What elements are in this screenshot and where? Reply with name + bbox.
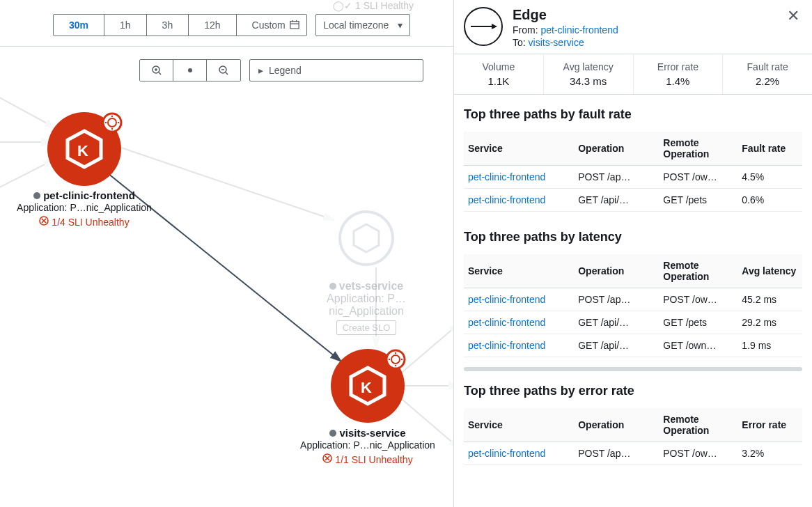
fit-button[interactable] (173, 60, 207, 81)
node-label-visits: visits-service Application: P…nic_Applic… (291, 427, 444, 466)
status-dot-icon (329, 430, 336, 437)
svg-text:K: K (77, 142, 88, 159)
metric-value: 1.1K (457, 75, 540, 87)
error-circle-icon (39, 216, 49, 228)
metric-value: 2.2% (726, 75, 809, 87)
time-range-group: 30m 1h 3h 12h Custom (53, 14, 307, 36)
time-range-1h[interactable]: 1h (104, 15, 147, 36)
detail-panel: Edge From: pet-clinic-frontend To: visit… (453, 0, 812, 507)
metrics-row: Volume1.1K Avg latency34.3 ms Error rate… (454, 54, 812, 95)
table-row[interactable]: pet-clinic-frontendGET /api/…GET /pets29… (464, 311, 802, 334)
th-remote-op[interactable]: Remote Operation (659, 132, 737, 166)
timezone-label: Local timezone (323, 20, 389, 31)
th-operation[interactable]: Operation (574, 408, 659, 442)
svg-line-12 (0, 86, 56, 128)
svg-point-21 (340, 212, 393, 265)
edge-arrow-icon (464, 7, 503, 46)
table-row[interactable]: pet-clinic-frontendGET /api/…GET /own…1.… (464, 334, 802, 357)
error-table: Service Operation Remote Operation Error… (464, 408, 802, 465)
th-remote-op[interactable]: Remote Operation (659, 254, 737, 288)
legend-button[interactable]: ▸ Legend (249, 59, 423, 81)
table-row[interactable]: pet-clinic-frontendPOST /ap…POST /ow…3.2… (464, 442, 802, 465)
calendar-icon (290, 20, 299, 31)
chevron-down-icon: ▾ (398, 20, 403, 31)
zoom-in-button[interactable] (140, 60, 173, 81)
time-range-custom[interactable]: Custom (237, 15, 306, 36)
svg-line-5 (159, 72, 161, 75)
metric-value: 1.4% (637, 75, 720, 87)
table-row[interactable]: pet-clinic-frontendPOST /ap…POST /ow…4.5… (464, 166, 802, 189)
time-range-3h[interactable]: 3h (147, 15, 189, 36)
latency-table: Service Operation Remote Operation Avg l… (464, 254, 802, 357)
th-service[interactable]: Service (464, 132, 574, 166)
svg-text:K: K (361, 379, 372, 396)
metric-label: Fault rate (726, 61, 809, 72)
latency-section-title: Top three paths by latency (464, 230, 802, 244)
from-label: From: (513, 24, 540, 36)
metric-label: Avg latency (547, 61, 630, 72)
th-service[interactable]: Service (464, 254, 574, 288)
fault-section-title: Top three paths by fault rate (464, 107, 802, 122)
sli-healthy-pill: ◯✓ 1 SLI Healthy (333, 0, 414, 11)
th-fault-rate[interactable]: Fault rate (737, 132, 802, 166)
play-icon: ▸ (258, 65, 263, 76)
custom-label: Custom (252, 20, 286, 31)
svg-point-8 (188, 68, 192, 72)
metric-label: Error rate (637, 61, 720, 72)
fault-table: Service Operation Remote Operation Fault… (464, 132, 802, 212)
th-service[interactable]: Service (464, 408, 574, 442)
status-dot-icon (329, 283, 336, 290)
metric-value: 34.3 ms (547, 75, 630, 87)
th-operation[interactable]: Operation (574, 132, 659, 166)
time-range-30m[interactable]: 30m (54, 15, 104, 36)
status-dot-icon (33, 192, 40, 199)
error-circle-icon (322, 453, 332, 465)
table-row[interactable]: pet-clinic-frontendGET /api/…GET /pets0.… (464, 189, 802, 212)
to-link[interactable]: visits-service (529, 37, 584, 48)
metric-label: Volume (457, 61, 540, 72)
svg-line-10 (226, 72, 228, 75)
legend-label: Legend (269, 65, 302, 76)
check-circle-icon: ◯✓ (333, 0, 352, 11)
zoom-group (139, 59, 241, 81)
node-pet-clinic-frontend[interactable]: K (47, 112, 121, 186)
node-label-vets-faded: vets-service Application: P…nic_Applicat… (290, 280, 443, 335)
th-latency[interactable]: Avg latency (737, 254, 802, 288)
to-label: To: (513, 37, 529, 48)
node-label-frontend: pet-clinic-frontend Application: P…nic_A… (8, 189, 161, 228)
panel-title: Edge (513, 7, 618, 23)
th-remote-op[interactable]: Remote Operation (659, 408, 737, 442)
table-row[interactable]: pet-clinic-frontendPOST /ap…POST /ow…45.… (464, 288, 802, 311)
svg-rect-0 (290, 21, 299, 29)
close-icon[interactable]: ✕ (784, 7, 802, 25)
time-range-12h[interactable]: 12h (189, 15, 236, 36)
th-error-rate[interactable]: Error rate (737, 408, 802, 442)
th-operation[interactable]: Operation (574, 254, 659, 288)
node-visits-service[interactable]: K (331, 349, 405, 423)
from-link[interactable]: pet-clinic-frontend (540, 24, 618, 36)
zoom-out-button[interactable] (207, 60, 240, 81)
timezone-select[interactable]: Local timezone ▾ (315, 14, 410, 36)
error-section-title: Top three paths by error rate (464, 384, 802, 398)
create-slo-chip[interactable]: Create SLO (336, 320, 397, 335)
